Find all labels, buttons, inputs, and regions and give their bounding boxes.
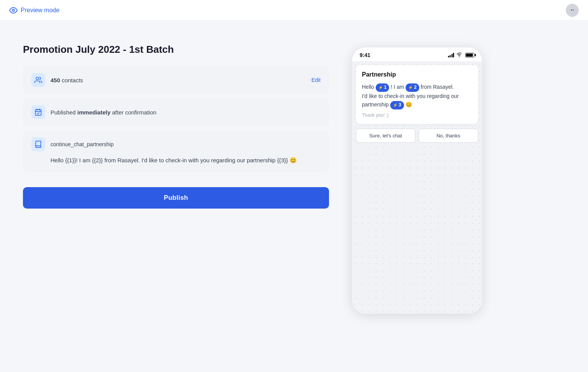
chat-message: Hello ⚡ 1 ! I am ⚡ 2 from Rasayel. I'd [362,83,472,109]
signal-bar-2 [450,55,451,57]
phone-status-bar: 9:41 [352,47,482,61]
chat-action-buttons: Sure, let's chat No, thanks [356,129,478,143]
avatar[interactable]: •• [566,4,579,17]
template-body-text: Hello {{1}}! I am {{2}} from Rasayel. I'… [50,157,297,163]
schedule-highlight: immediately [77,109,111,116]
signal-bar-1 [448,56,449,57]
msg-iam: ! I am [391,84,406,90]
chat-bubble-container: Partnership Hello ⚡ 1 ! I am ⚡ 2 from Ra… [356,65,478,124]
preview-mode-label: Preview mode [21,7,59,14]
left-panel: Promotion July 2022 - 1st Batch 450 cont… [23,44,329,209]
right-panel: 9:41 [352,47,482,314]
calendar-icon [34,108,42,116]
template-name: continue_chat_partnership [50,141,114,147]
contacts-count: 450 [50,77,60,83]
var-num-3: 3 [399,101,401,109]
schedule-prefix: Published [50,109,77,116]
contacts-card: 450 contacts Edit [23,66,329,94]
var-badge-1: ⚡ 1 [376,83,389,91]
var-badge-2: ⚡ 2 [406,83,419,91]
contacts-count-text: 450 contacts [50,77,83,83]
template-icon [34,140,42,148]
contacts-card-left: 450 contacts [31,73,83,87]
edit-link[interactable]: Edit [311,77,321,83]
publish-button[interactable]: Publish [23,187,329,209]
msg-hello: Hello [362,84,376,90]
template-body: Hello {{1}}! I am {{2}} from Rasayel. I'… [31,156,321,165]
signal-bars-icon [448,53,454,57]
msg-emoji: 😊 [406,101,412,108]
sure-lets-chat-button[interactable]: Sure, let's chat [356,129,415,143]
eye-icon [9,6,18,15]
phone-icons [448,52,475,58]
schedule-icon-wrapper [31,105,45,119]
lightning-2: ⚡ [408,85,413,91]
avatar-initials: •• [571,8,574,13]
template-icon-wrapper [31,137,45,151]
svg-point-0 [12,9,15,11]
signal-bar-3 [451,54,453,57]
phone-time: 9:41 [360,52,370,58]
top-bar: Preview mode •• [0,0,588,21]
thank-you-text: Thank you! :) [362,113,472,118]
phone-mockup: 9:41 [352,47,482,314]
wifi-icon [457,52,463,58]
svg-point-6 [459,56,460,57]
battery-fill [466,54,473,57]
var-num-2: 2 [414,84,417,91]
lightning-1: ⚡ [378,85,383,91]
template-card: continue_chat_partnership Hello {{1}}! I… [23,131,329,172]
schedule-suffix: after confirmation [111,109,156,116]
main-content: Promotion July 2022 - 1st Batch 450 cont… [0,21,588,329]
var-num-1: 1 [384,84,387,91]
lightning-3: ⚡ [393,102,397,108]
phone-footer-bg [352,260,482,314]
signal-bar-4 [453,53,454,57]
no-thanks-button[interactable]: No, thanks [419,129,478,143]
chat-title: Partnership [362,71,472,78]
battery-icon [465,53,474,57]
contacts-icon-wrapper [31,73,45,87]
schedule-text: Published immediately after confirmation [50,109,156,116]
template-card-header: continue_chat_partnership [31,137,321,151]
svg-point-1 [36,77,39,80]
var-badge-3: ⚡ 3 [390,101,404,109]
page-title: Promotion July 2022 - 1st Batch [23,44,329,55]
msg-from: from Rasayel. [421,84,454,90]
contacts-label: contacts [62,77,83,83]
phone-body: Partnership Hello ⚡ 1 ! I am ⚡ 2 from Ra… [352,61,482,260]
schedule-card: Published immediately after confirmation [23,98,329,126]
preview-mode-section: Preview mode [9,6,59,15]
schedule-card-left: Published immediately after confirmation [31,105,156,119]
svg-rect-2 [36,109,41,115]
contacts-icon [34,76,42,84]
